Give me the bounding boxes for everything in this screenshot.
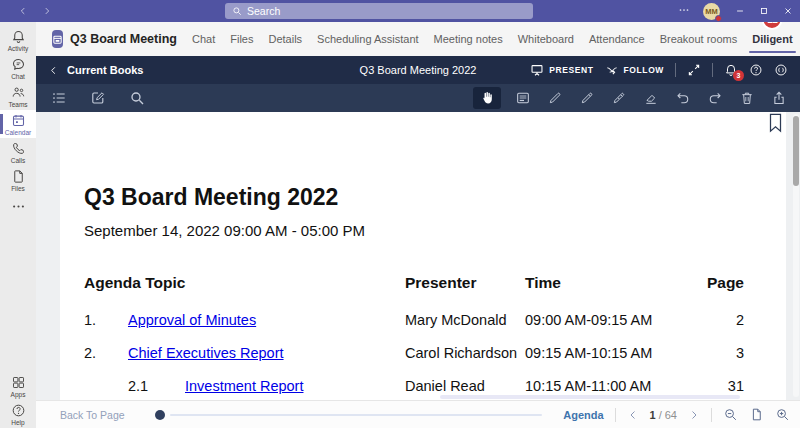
vertical-scrollbar[interactable] (793, 114, 799, 397)
sidebar-item-activity[interactable]: Activity (0, 26, 36, 54)
table-row: 2.1Investment Report Daniel Read 10:15 A… (84, 378, 744, 394)
document-date: September 14, 2022 09:00 AM - 05:00 PM (84, 222, 365, 239)
notifications-button[interactable]: 3 (724, 63, 738, 77)
support-button[interactable] (774, 63, 788, 77)
notes-panel-button[interactable] (513, 87, 533, 109)
page-slider-track[interactable] (170, 414, 542, 416)
hand-icon (479, 90, 495, 106)
fit-page-button[interactable] (749, 407, 764, 422)
hand-tool-button[interactable] (473, 87, 501, 109)
redo-button[interactable] (705, 87, 725, 109)
undo-button[interactable] (673, 87, 693, 109)
document-title: Q3 Board Meeting 2022 (84, 184, 338, 211)
history-back-icon[interactable] (18, 2, 28, 20)
agenda-link-investment-report[interactable]: Investment Report (185, 378, 303, 394)
document-search-button[interactable] (127, 87, 147, 109)
scrollbar-thumb[interactable] (793, 116, 799, 186)
document-page: Q3 Board Meeting 2022 September 14, 2022… (60, 112, 786, 400)
sidebar-item-chat[interactable]: Chat (0, 54, 36, 82)
highlighter-icon (643, 90, 659, 106)
horizontal-scrollbar[interactable] (440, 395, 740, 399)
row-sub-number: 2.1 (128, 378, 185, 394)
sidebar-label: Apps (11, 391, 26, 398)
sidebar-item-help[interactable]: Help (0, 400, 36, 428)
follow-button[interactable]: FOLLOW (605, 63, 664, 77)
export-button[interactable] (769, 87, 789, 109)
meeting-icon (52, 30, 63, 48)
file-icon (11, 169, 26, 184)
back-to-current-books[interactable]: Current Books (48, 64, 143, 76)
maximize-button[interactable] (752, 0, 776, 22)
pen-icon (547, 90, 563, 106)
tab-files[interactable]: Files (230, 22, 253, 56)
sidebar-item-calendar[interactable]: Calendar (0, 110, 36, 138)
tab-whiteboard[interactable]: Whiteboard (518, 22, 574, 56)
present-button[interactable]: PRESENT (530, 63, 593, 77)
zoom-in-button[interactable] (775, 407, 790, 422)
agenda-link-chief-executives-report[interactable]: Chief Executives Report (128, 345, 284, 361)
highlighter-tool-button[interactable] (641, 87, 661, 109)
tab-breakout-rooms[interactable]: Breakout rooms (660, 22, 738, 56)
undo-icon (675, 90, 691, 106)
sidebar-spacer (0, 218, 36, 372)
tab-scheduling-assistant[interactable]: Scheduling Assistant (317, 22, 419, 56)
expand-icon (687, 63, 701, 77)
bookmark-icon[interactable] (768, 112, 783, 134)
row-page: 3 (705, 345, 744, 361)
page-indicator: 1 / 64 (650, 409, 677, 421)
pen-tool-button[interactable] (545, 87, 565, 109)
tab-diligent[interactable]: Diligent 11 (752, 22, 792, 56)
fullscreen-button[interactable] (687, 63, 701, 77)
next-page-button[interactable] (688, 409, 700, 421)
section-label[interactable]: Agenda (563, 409, 603, 421)
search-input[interactable]: Search (225, 3, 533, 19)
follow-icon (605, 63, 619, 77)
header-time: Time (525, 274, 705, 292)
back-to-page-label[interactable]: Back To Page (60, 409, 125, 421)
back-chevron-icon (48, 65, 59, 76)
tab-chat[interactable]: Chat (192, 22, 215, 56)
pencil-tool-button[interactable] (577, 87, 597, 109)
delete-annotation-button[interactable] (737, 87, 757, 109)
minimize-button[interactable] (728, 0, 752, 22)
tab-meeting-notes[interactable]: Meeting notes (434, 22, 503, 56)
page-slider-handle[interactable] (155, 410, 165, 420)
sidebar-more-apps[interactable] (0, 194, 36, 218)
viewer-help-button[interactable] (749, 63, 763, 77)
sidebar-item-apps[interactable]: Apps (0, 372, 36, 400)
annotation-toolbar (36, 84, 800, 112)
zoom-in-icon (775, 407, 790, 422)
sidebar-item-files[interactable]: Files (0, 166, 36, 194)
sidebar-label: Files (11, 185, 25, 192)
bell-icon (11, 29, 26, 44)
page-separator: / (659, 409, 662, 421)
tab-attendance[interactable]: Attendance (589, 22, 645, 56)
tab-details[interactable]: Details (268, 22, 302, 56)
agenda-link-approval-of-minutes[interactable]: Approval of Minutes (128, 312, 256, 328)
zoom-out-button[interactable] (723, 407, 738, 422)
sidebar-item-calls[interactable]: Calls (0, 138, 36, 166)
chat-icon (11, 57, 26, 72)
avatar[interactable]: MM (703, 3, 720, 20)
row-number (84, 378, 128, 394)
row-time: 09:00 AM-09:15 AM (525, 312, 705, 328)
previous-page-button[interactable] (627, 409, 639, 421)
minimize-icon (735, 6, 745, 16)
index-list-button[interactable] (49, 87, 69, 109)
header-presenter: Presenter (405, 274, 525, 292)
tab-label: Diligent (752, 33, 792, 45)
history-forward-icon[interactable] (42, 2, 52, 20)
teams-titlebar: Search MM (0, 0, 800, 22)
window-close-button[interactable] (776, 0, 800, 22)
more-options-icon[interactable] (673, 2, 695, 20)
sidebar-item-teams[interactable]: Teams (0, 82, 36, 110)
current-page: 1 (650, 409, 656, 421)
meeting-title: Q3 Board Meeting (70, 32, 177, 46)
people-icon (11, 85, 26, 100)
trash-icon (739, 90, 755, 106)
fit-page-icon (749, 407, 764, 422)
fountain-pen-tool-button[interactable] (609, 87, 629, 109)
row-page: 2 (705, 312, 744, 328)
pencil-icon (579, 90, 595, 106)
compose-note-button[interactable] (88, 87, 108, 109)
